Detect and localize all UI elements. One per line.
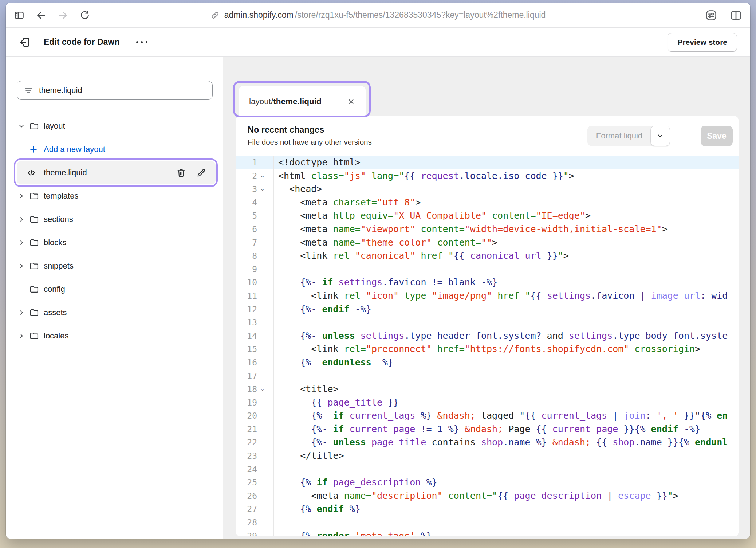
back-icon[interactable]: [36, 10, 47, 21]
code-editor[interactable]: 1<!doctype html>2⌄<html class="js" lang=…: [236, 156, 739, 536]
chevron-right-icon: [18, 309, 25, 316]
page-settings-icon[interactable]: [705, 9, 717, 21]
code-line-text[interactable]: [274, 463, 739, 476]
code-line-text[interactable]: {%- if current_page != 1 %} &ndash; Page…: [274, 423, 739, 436]
format-dropdown-button[interactable]: [650, 126, 670, 146]
code-line-text[interactable]: <head>: [274, 183, 739, 196]
code-line[interactable]: 17: [236, 369, 739, 383]
address-bar[interactable]: admin.shopify.com/store/rzq1xu-f5/themes…: [210, 10, 546, 20]
code-line[interactable]: 6 <meta name="viewport" content="width=d…: [236, 223, 739, 236]
line-number: 8: [236, 249, 257, 263]
code-line-text[interactable]: <link rel="canonical" href="{{ canonical…: [274, 249, 739, 263]
fold-gutter-spacer: [257, 449, 273, 463]
code-line[interactable]: 2⌄<html class="js" lang="{{ request.loca…: [236, 169, 739, 183]
code-line-text[interactable]: {% endif %}: [274, 502, 739, 516]
code-line[interactable]: 15 <link rel="preconnect" href="https://…: [236, 342, 739, 356]
more-actions-icon[interactable]: [136, 41, 147, 43]
code-line-text[interactable]: {% render 'meta-tags' %}: [274, 529, 739, 536]
fold-gutter-spacer: [257, 342, 273, 356]
code-line[interactable]: 26 <meta name="description" content="{{ …: [236, 489, 739, 503]
sidebar-toggle-icon[interactable]: [14, 10, 25, 21]
code-line[interactable]: 4 <meta charset="utf-8">: [236, 196, 739, 210]
file-search-input[interactable]: theme.liquid: [17, 81, 213, 100]
code-line-text[interactable]: [274, 316, 739, 329]
tree-item-assets[interactable]: assets: [12, 301, 217, 324]
line-number-gutter: 26: [236, 489, 274, 503]
code-line-text[interactable]: <meta name="theme-color" content="">: [274, 236, 739, 250]
code-line-text[interactable]: [274, 516, 739, 529]
code-line[interactable]: 1<!doctype html>: [236, 156, 739, 169]
code-line[interactable]: 3⌄ <head>: [236, 183, 739, 196]
tree-item-locales[interactable]: locales: [12, 324, 217, 348]
tree-item-blocks[interactable]: blocks: [12, 231, 217, 254]
code-line[interactable]: 13: [236, 316, 739, 329]
code-line[interactable]: 23 </title>: [236, 449, 739, 463]
preview-store-button[interactable]: Preview store: [668, 33, 737, 52]
code-line[interactable]: 20 {%- if current_tags %} &ndash; tagged…: [236, 409, 739, 423]
forward-icon[interactable]: [58, 10, 68, 21]
code-line-text[interactable]: {%- unless page_title contains shop.name…: [274, 436, 739, 449]
fold-toggle-icon[interactable]: ⌄: [257, 383, 273, 396]
line-number-gutter: 5: [236, 209, 274, 223]
code-line-text[interactable]: </title>: [274, 449, 739, 463]
fold-gutter-spacer: [257, 196, 273, 210]
tree-item-sections[interactable]: sections: [12, 208, 217, 231]
code-line[interactable]: 12 {%- endif -%}: [236, 303, 739, 316]
code-line[interactable]: 22 {%- unless page_title contains shop.n…: [236, 436, 739, 449]
code-line-text[interactable]: {{ page_title }}: [274, 396, 739, 410]
code-line-text[interactable]: <html class="js" lang="{{ request.locale…: [274, 169, 739, 183]
code-line[interactable]: 29 {% render 'meta-tags' %}: [236, 529, 739, 536]
code-line-text[interactable]: [274, 369, 739, 383]
tree-item-label: templates: [44, 191, 78, 201]
code-line-text[interactable]: {%- unless settings.type_header_font.sys…: [274, 329, 739, 343]
code-line-text[interactable]: <!doctype html>: [274, 156, 739, 169]
line-number-gutter: 1: [236, 156, 274, 169]
code-line[interactable]: 10 {%- if settings.favicon != blank -%}: [236, 276, 739, 289]
reload-icon[interactable]: [79, 10, 90, 21]
code-line[interactable]: 5 <meta http-equiv="X-UA-Compatible" con…: [236, 209, 739, 223]
split-view-icon[interactable]: [730, 9, 742, 21]
code-line[interactable]: 19 {{ page_title }}: [236, 396, 739, 410]
fold-toggle-icon[interactable]: ⌄: [257, 183, 273, 196]
rename-file-icon[interactable]: [196, 168, 206, 178]
delete-file-icon[interactable]: [176, 168, 186, 178]
code-line-text[interactable]: {%- if current_tags %} &ndash; tagged "{…: [274, 409, 739, 423]
tab-theme-liquid[interactable]: layout/theme.liquid: [239, 86, 366, 117]
code-line[interactable]: 9: [236, 263, 739, 276]
code-line[interactable]: 24: [236, 463, 739, 476]
code-line[interactable]: 8 <link rel="canonical" href="{{ canonic…: [236, 249, 739, 263]
code-line-text[interactable]: <meta http-equiv="X-UA-Compatible" conte…: [274, 209, 739, 223]
code-line[interactable]: 7 <meta name="theme-color" content="">: [236, 236, 739, 250]
code-line[interactable]: 14 {%- unless settings.type_header_font.…: [236, 329, 739, 343]
tree-item-templates[interactable]: templates: [12, 184, 217, 208]
code-line-text[interactable]: {%- endunless -%}: [274, 356, 739, 369]
code-line[interactable]: 28: [236, 516, 739, 529]
code-line[interactable]: 18⌄ <title>: [236, 383, 739, 396]
code-line-text[interactable]: <meta name="description" content="{{ pag…: [274, 489, 739, 503]
code-line-text[interactable]: <meta name="viewport" content="width=dev…: [274, 223, 739, 236]
code-line[interactable]: 16 {%- endunless -%}: [236, 356, 739, 369]
code-line-text[interactable]: [274, 263, 739, 276]
tree-item-theme-liquid[interactable]: theme.liquid: [17, 161, 216, 184]
tree-item-layout[interactable]: layout: [12, 114, 217, 138]
close-tab-icon[interactable]: [347, 97, 355, 106]
fold-toggle-icon[interactable]: ⌄: [257, 169, 273, 183]
code-line[interactable]: 25 {% if page_description %}: [236, 476, 739, 489]
format-liquid-button[interactable]: Format liquid: [587, 126, 655, 146]
code-line-text[interactable]: {%- endif -%}: [274, 303, 739, 316]
code-line-text[interactable]: <title>: [274, 383, 739, 396]
exit-editor-icon[interactable]: [19, 36, 31, 48]
save-button[interactable]: Save: [701, 126, 733, 146]
tree-item-config[interactable]: config: [12, 278, 217, 301]
code-line[interactable]: 11 <link rel="icon" type="image/png" hre…: [236, 289, 739, 303]
code-line-text[interactable]: <link rel="icon" type="image/png" href="…: [274, 289, 739, 303]
code-line[interactable]: 21 {%- if current_page != 1 %} &ndash; P…: [236, 423, 739, 436]
code-line-text[interactable]: <link rel="preconnect" href="https://fon…: [274, 342, 739, 356]
code-line-text[interactable]: {%- if settings.favicon != blank -%}: [274, 276, 739, 289]
code-line-text[interactable]: <meta charset="utf-8">: [274, 196, 739, 210]
tree-item-label: blocks: [44, 238, 66, 247]
code-line-text[interactable]: {% if page_description %}: [274, 476, 739, 489]
code-line[interactable]: 27 {% endif %}: [236, 502, 739, 516]
tree-item-snippets[interactable]: snippets: [12, 254, 217, 278]
tree-item-add-a-new-layout[interactable]: Add a new layout: [12, 138, 217, 161]
